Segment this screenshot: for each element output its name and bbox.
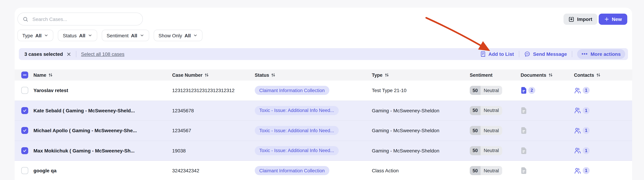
column-header-sentiment: Sentiment <box>470 69 492 81</box>
cases-page: Import New TypeAll StatusAll SentimentAl… <box>0 0 644 180</box>
filter-label: Show Only <box>158 33 182 38</box>
row-checkbox[interactable] <box>21 147 28 154</box>
select-all-checkbox[interactable] <box>21 69 28 81</box>
case-number: 19038 <box>172 141 186 160</box>
search-box[interactable] <box>18 13 143 26</box>
case-name: google qa <box>34 161 56 180</box>
case-name: Yaroslav retest <box>34 81 68 100</box>
search-icon <box>23 16 28 22</box>
status-badge: Toxic - Issue: Additional Info Need... <box>255 126 338 135</box>
contacts-count-badge[interactable]: 1 <box>583 167 590 174</box>
column-header-case-number[interactable]: Case Number <box>172 69 209 81</box>
send-message-button[interactable]: Send Message <box>524 51 567 57</box>
sort-icon[interactable] <box>271 73 276 77</box>
select-all-link[interactable]: Select all 108 cases <box>81 51 124 57</box>
contacts-icon[interactable] <box>574 147 581 154</box>
contacts-count-badge[interactable]: 1 <box>583 87 590 94</box>
selection-bar: 3 cases selected Select all 108 cases Ad… <box>19 48 628 60</box>
checkbox-indeterminate[interactable] <box>21 72 28 79</box>
filter-sentiment[interactable]: SentimentAll <box>102 30 149 41</box>
chevron-down-icon <box>88 33 92 38</box>
plus-icon <box>604 17 609 22</box>
case-number: 12345678 <box>172 101 194 120</box>
row-checkbox[interactable] <box>21 107 28 114</box>
case-type: Gaming - McSweeney-Sheldon <box>372 121 440 140</box>
filter-value: All <box>79 33 86 38</box>
import-button[interactable]: Import <box>564 14 597 25</box>
new-button[interactable]: New <box>599 14 627 25</box>
column-header-type[interactable]: Type <box>372 69 389 81</box>
filter-value: All <box>131 33 137 38</box>
filter-bar: TypeAll StatusAll SentimentAll Show Only… <box>18 30 203 41</box>
selected-count-text: 3 cases selected <box>24 51 63 57</box>
chat-bubble-icon <box>524 51 530 57</box>
documents-count-badge[interactable]: 2 <box>528 87 535 94</box>
filter-type[interactable]: TypeAll <box>18 30 54 41</box>
chevron-down-icon <box>44 33 48 38</box>
case-type: Class Action <box>372 161 399 180</box>
column-header-status[interactable]: Status <box>255 69 276 81</box>
case-type: Gaming - McSweeney-Sheldon <box>372 141 440 160</box>
row-checkbox[interactable] <box>21 167 28 174</box>
contacts-icon[interactable] <box>574 87 581 94</box>
contacts-count-badge[interactable]: 1 <box>583 107 590 114</box>
row-checkbox[interactable] <box>21 127 28 134</box>
case-name: Max Mokiichuk ( Gaming - McSweeney-Sh... <box>34 141 134 160</box>
sort-icon[interactable] <box>204 73 209 77</box>
column-header-contacts[interactable]: Contacts <box>574 69 600 81</box>
filter-value: All <box>184 33 191 38</box>
filter-show-only[interactable]: Show OnlyAll <box>154 30 203 41</box>
filter-value: All <box>35 33 42 38</box>
contacts-count-badge[interactable]: 1 <box>583 127 590 134</box>
status-badge: Toxic - Issue: Additional Info Need... <box>255 106 338 115</box>
import-icon <box>568 16 574 22</box>
sentiment-badge: 50Neutral <box>470 126 502 135</box>
sentiment-badge: 50Neutral <box>470 146 502 155</box>
add-to-list-button[interactable]: Add to List <box>480 51 514 57</box>
document-icon <box>521 167 527 174</box>
sort-icon[interactable] <box>596 73 600 77</box>
column-header-name[interactable]: Name <box>34 69 52 81</box>
status-badge: Claimant Information Collection <box>255 86 329 95</box>
filter-label: Status <box>63 33 77 38</box>
document-icon[interactable] <box>521 87 527 94</box>
case-name: Kate Sebald ( Gaming - McSweeney-Sheld..… <box>34 101 135 120</box>
table-header: Name Case Number Status Type Sentiment D… <box>15 69 632 81</box>
search-input[interactable] <box>32 16 138 22</box>
sort-icon[interactable] <box>384 73 389 77</box>
filter-status[interactable]: StatusAll <box>58 30 97 41</box>
sentiment-badge: 50Neutral <box>470 86 502 95</box>
row-checkbox[interactable] <box>21 87 28 94</box>
chevron-down-icon <box>140 33 144 38</box>
contacts-icon[interactable] <box>574 107 581 114</box>
table-row[interactable]: Kate Sebald ( Gaming - McSweeney-Sheld..… <box>15 101 632 121</box>
table-row[interactable]: Michael Apollo ( Gaming - McSweeney-She.… <box>15 121 632 141</box>
sort-icon[interactable] <box>548 73 552 77</box>
divider <box>572 51 572 57</box>
case-number: 12312312312312312312312 <box>172 81 234 100</box>
sort-icon[interactable] <box>48 73 52 77</box>
case-type: Test Type 21-10 <box>372 81 406 100</box>
table-row[interactable]: google qa 3242342342 Claimant Informatio… <box>15 161 632 180</box>
clear-selection-button[interactable] <box>66 52 71 56</box>
case-number: 3242342342 <box>172 161 199 180</box>
table-row[interactable]: Max Mokiichuk ( Gaming - McSweeney-Sh...… <box>15 141 632 161</box>
document-icon <box>521 127 527 134</box>
document-icon <box>521 147 527 154</box>
column-header-documents[interactable]: Documents <box>521 69 552 81</box>
contacts-count-badge[interactable]: 1 <box>583 147 590 154</box>
sentiment-badge: 50Neutral <box>470 106 502 115</box>
contacts-icon[interactable] <box>574 127 581 134</box>
contacts-icon[interactable] <box>574 167 581 174</box>
case-number: 1234567 <box>172 121 191 140</box>
filter-label: Type <box>22 33 33 38</box>
send-message-label: Send Message <box>533 51 567 57</box>
case-name: Michael Apollo ( Gaming - McSweeney-She.… <box>34 121 137 140</box>
more-actions-button[interactable]: ••• More actions <box>577 49 625 59</box>
chevron-down-icon <box>193 33 198 38</box>
ellipsis-icon: ••• <box>582 51 588 57</box>
table-row[interactable]: Yaroslav retest 12312312312312312312312 … <box>15 81 632 101</box>
table-body: Yaroslav retest 12312312312312312312312 … <box>15 81 632 180</box>
divider <box>76 51 76 57</box>
case-type: Gaming - McSweeney-Sheldon <box>372 101 440 120</box>
